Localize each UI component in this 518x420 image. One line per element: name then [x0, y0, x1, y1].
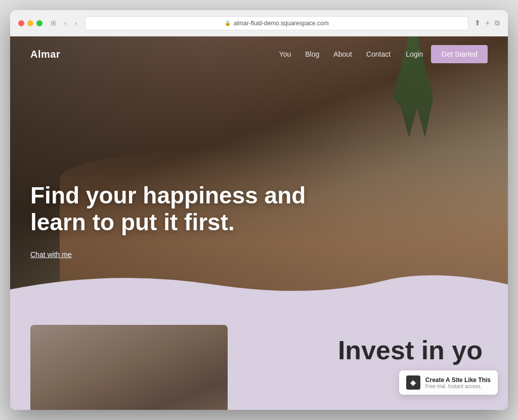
below-fold-heading: Invest in yo [338, 335, 483, 365]
nav-link-blog[interactable]: Blog [305, 50, 319, 58]
traffic-lights [18, 20, 42, 26]
squarespace-badge[interactable]: ◈ Create A Site Like This Free trial. In… [399, 370, 498, 395]
nav-link-contact[interactable]: Contact [366, 50, 391, 58]
forward-button[interactable]: › [72, 18, 78, 28]
get-started-button[interactable]: Get Started [431, 45, 488, 63]
browser-window: ⊞ ‹ › 🔒 almar-fluid-demo.squarespace.com… [10, 10, 508, 410]
maximize-button[interactable] [36, 20, 42, 26]
website-content: Almar You Blog About Contact Login Get S… [10, 36, 508, 410]
badge-title: Create A Site Like This [425, 376, 491, 384]
nav-links: You Blog About Contact [279, 50, 391, 58]
nav-link-you[interactable]: You [279, 50, 291, 58]
url-text: almar-fluid-demo.squarespace.com [234, 20, 329, 27]
squarespace-badge-text: Create A Site Like This Free trial. Inst… [425, 376, 491, 389]
back-button[interactable]: ‹ [62, 18, 68, 28]
address-bar[interactable]: 🔒 almar-fluid-demo.squarespace.com [85, 16, 468, 30]
share-icon[interactable]: ⬆ [474, 19, 481, 27]
tab-grid-icon[interactable]: ⊞ [49, 18, 58, 28]
hero-headline: Find your happiness and learn to put it … [30, 182, 334, 236]
lock-icon: 🔒 [225, 20, 231, 26]
tabs-icon[interactable]: ⧉ [495, 19, 500, 27]
browser-chrome: ⊞ ‹ › 🔒 almar-fluid-demo.squarespace.com… [10, 10, 508, 36]
navbar: Almar You Blog About Contact Login Get S… [10, 36, 508, 72]
close-button[interactable] [18, 20, 24, 26]
minimize-button[interactable] [27, 20, 33, 26]
below-fold-section: Invest in yo ◈ Create A Site Like This F… [10, 310, 508, 410]
badge-subtitle: Free trial. Instant access. [425, 384, 491, 389]
below-fold-image [30, 325, 228, 410]
squarespace-logo-icon: ◈ [406, 375, 420, 390]
browser-actions: ⬆ + ⧉ [474, 19, 500, 27]
browser-nav-controls: ⊞ ‹ › [49, 18, 79, 28]
site-logo[interactable]: Almar [30, 49, 60, 60]
chat-link[interactable]: Chat with me [30, 250, 72, 259]
wave-divider [10, 269, 508, 310]
nav-link-about[interactable]: About [333, 50, 352, 58]
new-tab-icon[interactable]: + [486, 19, 490, 27]
hero-text-block: Find your happiness and learn to put it … [30, 182, 334, 259]
hero-section: Almar You Blog About Contact Login Get S… [10, 36, 508, 310]
login-link[interactable]: Login [406, 50, 423, 58]
hero-background-image [10, 36, 508, 310]
